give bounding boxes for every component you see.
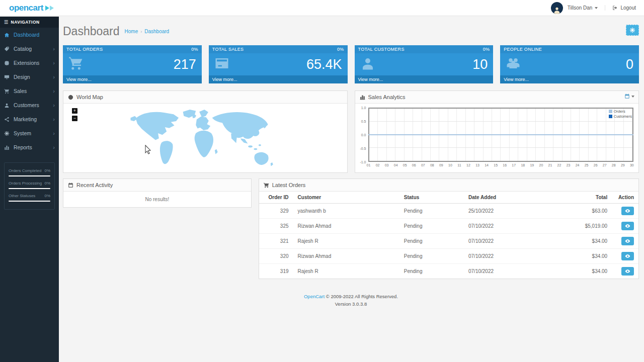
sidebar-item-customers[interactable]: Customers› (0, 98, 59, 112)
x-tick-label: 26 (592, 163, 599, 167)
tile-value: 0 (626, 57, 633, 72)
sidebar-stat-orders-completed: Orders Completed0% (9, 168, 50, 176)
tile-view-more-link[interactable]: View more... (63, 75, 202, 83)
sidebar-item-marketing[interactable]: Marketing› (0, 112, 59, 126)
y-tick-label: -1.0 (360, 160, 366, 164)
sales-analytics-panel: Sales Analytics 1.00.50.0-0.5-1.0 Orders… (355, 90, 639, 173)
sidebar-item-reports[interactable]: Reports› (0, 140, 59, 154)
x-tick-label: 20 (537, 163, 544, 167)
sidebar-item-extensions[interactable]: Extensions› (0, 56, 59, 70)
world-map-header: World Map (63, 91, 347, 104)
tile-view-more-link[interactable]: View more... (500, 75, 639, 83)
y-tick-label: 0.0 (361, 133, 366, 137)
opencart-footer-link[interactable]: OpenCart (304, 294, 325, 299)
column-header-order-id: Order ID (259, 192, 293, 204)
tile-view-more-link[interactable]: View more... (355, 75, 494, 83)
column-header-date-added: Date Added (464, 192, 562, 204)
x-tick-label: 17 (510, 163, 517, 167)
top-header: opencart Tillson Dan Logout (0, 0, 644, 16)
cell-order-id: 329 (259, 204, 293, 219)
tile-body: 65.4K (209, 53, 348, 75)
sidebar-item-sales[interactable]: Sales› (0, 84, 59, 98)
logout-button[interactable]: Logout (612, 5, 636, 11)
stat-progress-bar (9, 201, 50, 202)
x-tick-label: 16 (501, 163, 508, 167)
x-tick-label: 05 (401, 163, 409, 167)
sidebar-item-design[interactable]: Design› (0, 70, 59, 84)
sidebar: ☰ NAVIGATION DashboardCatalog›Extensions… (0, 17, 59, 362)
world-map-graphic[interactable] (128, 107, 283, 171)
marketing-icon (4, 117, 10, 122)
sidebar-stats: Orders Completed0%Orders Processing0%Oth… (4, 162, 55, 210)
tile-title: PEOPLE ONLINE (504, 47, 542, 52)
view-order-button[interactable] (621, 267, 634, 276)
x-tick-label: 09 (438, 163, 445, 167)
tile-people-online: PEOPLE ONLINE0View more... (500, 45, 639, 83)
avatar[interactable] (551, 2, 563, 14)
stat-label: Orders Completed (9, 168, 41, 173)
customers-icon (4, 103, 10, 108)
analytics-range-button[interactable] (624, 94, 634, 99)
column-header-customer: Customer (293, 192, 399, 204)
tile-value: 65.4K (306, 57, 342, 72)
credit-card-icon (214, 56, 229, 73)
x-tick-label: 07 (420, 163, 427, 167)
chevron-right-icon: › (53, 145, 55, 149)
x-tick-label: 02 (374, 163, 381, 167)
caret-down-icon (595, 7, 598, 9)
person-icon (553, 6, 561, 14)
view-order-button[interactable] (621, 222, 634, 230)
sidebar-item-catalog[interactable]: Catalog› (0, 42, 59, 56)
y-tick-label: -0.5 (360, 147, 366, 150)
panels-row-bottom: Recent Activity No results! Latest Order… (63, 178, 639, 279)
table-row: 329yashwanth bPending25/10/2022$63.00 (259, 204, 638, 219)
x-tick-label: 08 (429, 163, 436, 167)
cell-action (612, 249, 638, 264)
column-header-total: Total (562, 192, 612, 204)
user-menu-button[interactable]: Tillson Dan (568, 5, 606, 11)
logout-label: Logout (620, 5, 636, 11)
opencart-arrows-icon (45, 6, 54, 11)
map-zoom-in-button[interactable]: + (72, 108, 77, 114)
tile-heading: TOTAL ORDERS0% (63, 45, 202, 53)
tile-view-more-link[interactable]: View more... (209, 75, 348, 83)
breadcrumb-dashboard[interactable]: Dashboard (144, 29, 169, 34)
stat-label: Other Statuses (9, 194, 35, 198)
stat-value: 0% (44, 194, 50, 198)
breadcrumb-home[interactable]: Home (125, 29, 138, 34)
x-tick-label: 10 (447, 163, 454, 167)
map-zoom-controls: + − (72, 108, 77, 123)
sidebar-item-dashboard[interactable]: Dashboard (0, 28, 59, 42)
x-tick-label: 25 (583, 163, 590, 167)
x-tick-label: 06 (411, 163, 418, 167)
cell-date-added: 07/10/2022 (464, 249, 562, 264)
table-row: 321Rajesh RPending07/10/2022$34.00 (259, 234, 638, 249)
map-zoom-out-button[interactable]: − (72, 116, 77, 121)
column-header-status: Status (399, 192, 464, 204)
cell-total: $5,019.00 (562, 219, 612, 234)
topbar-right: Tillson Dan Logout (551, 2, 644, 14)
recent-activity-title: Recent Activity (76, 182, 113, 188)
users-icon (506, 56, 521, 73)
user-icon (360, 56, 375, 73)
cell-date-added: 07/10/2022 (464, 219, 562, 234)
view-order-button[interactable] (621, 237, 634, 245)
recent-activity-panel: Recent Activity No results! (63, 178, 252, 208)
legend-entry-customers: Customers (609, 114, 632, 119)
chart-legend: OrdersCustomers (609, 109, 632, 119)
opencart-logo[interactable]: opencart (0, 3, 54, 13)
chart-x-axis: 0102030405060708091011121314151617181920… (365, 162, 636, 167)
cell-action (612, 264, 638, 279)
latest-orders-panel: Latest Orders Order IDCustomerStatusDate… (259, 178, 639, 279)
view-order-button[interactable] (621, 252, 634, 260)
chart-plot-area: 1.00.50.0-0.5-1.0 OrdersCustomers (368, 108, 634, 162)
chevron-right-icon: › (53, 89, 55, 93)
view-order-button[interactable] (621, 207, 634, 215)
sidebar-item-label: Marketing (14, 116, 37, 122)
sidebar-item-system[interactable]: System› (0, 126, 59, 140)
legend-swatch (609, 110, 612, 113)
dashboard-settings-button[interactable] (626, 25, 639, 36)
tile-percent: 0% (483, 47, 490, 52)
tile-total-sales: TOTAL SALES0%65.4KView more... (209, 45, 348, 83)
globe-icon (68, 95, 73, 100)
